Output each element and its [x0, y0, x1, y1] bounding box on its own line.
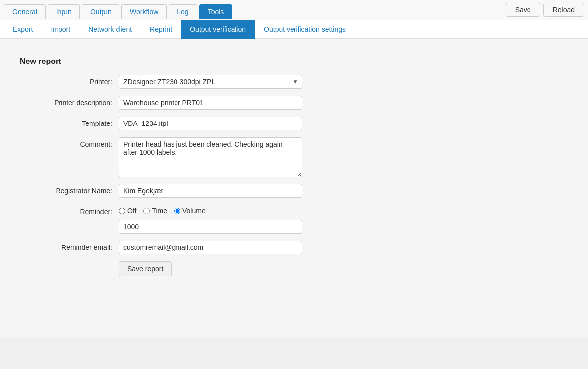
- template-row: Template:: [20, 117, 568, 130]
- sub-tab-output-verification[interactable]: Output verification: [181, 20, 255, 39]
- reload-button[interactable]: Reload: [543, 3, 584, 17]
- reminder-off-radio[interactable]: [119, 208, 125, 214]
- reminder-options: Off Time Volume: [119, 205, 302, 234]
- reminder-email-label: Reminder email:: [20, 241, 119, 251]
- reminder-off-label: Off: [127, 207, 136, 215]
- save-button[interactable]: Save: [506, 3, 540, 17]
- printer-row: Printer: ZDesigner ZT230-300dpi ZPL ▼: [20, 75, 568, 89]
- sub-tab-import[interactable]: Import: [42, 20, 79, 39]
- sub-tab-network-client[interactable]: Network client: [79, 20, 141, 39]
- registrator-name-row: Registrator Name:: [20, 184, 568, 198]
- printer-description-input[interactable]: [119, 96, 302, 110]
- reminder-radio-group: Off Time Volume: [119, 205, 302, 215]
- template-input[interactable]: [119, 117, 302, 130]
- top-nav-tabs: General Input Output Workflow Log Tools: [4, 4, 232, 19]
- reminder-email-row: Reminder email:: [20, 241, 568, 254]
- printer-select-wrapper: ZDesigner ZT230-300dpi ZPL ▼: [119, 75, 302, 89]
- comment-row: Comment: Printer head has just been clea…: [20, 137, 568, 177]
- content-area: New report Printer: ZDesigner ZT230-300d…: [0, 39, 588, 337]
- reminder-volume-input[interactable]: [119, 220, 302, 234]
- reminder-label: Reminder:: [20, 205, 119, 216]
- tab-workflow[interactable]: Workflow: [121, 4, 167, 19]
- printer-label: Printer:: [20, 75, 119, 86]
- sub-tab-reprint[interactable]: Reprint: [141, 20, 181, 39]
- tab-tools[interactable]: Tools: [199, 4, 233, 19]
- printer-description-label: Printer description:: [20, 96, 119, 107]
- reminder-time-option[interactable]: Time: [143, 207, 167, 215]
- panel-title: New report: [20, 57, 568, 66]
- sub-tab-export[interactable]: Export: [4, 20, 42, 39]
- save-report-spacer: [20, 261, 119, 264]
- registrator-name-label: Registrator Name:: [20, 184, 119, 195]
- reminder-volume-option[interactable]: Volume: [174, 207, 206, 215]
- save-report-row: Save report: [20, 261, 568, 276]
- printer-select[interactable]: ZDesigner ZT230-300dpi ZPL: [119, 75, 302, 89]
- tab-input[interactable]: Input: [48, 4, 80, 19]
- template-label: Template:: [20, 117, 119, 127]
- registrator-name-input[interactable]: [119, 184, 302, 198]
- reminder-volume-radio[interactable]: [174, 208, 180, 214]
- comment-label: Comment:: [20, 137, 119, 148]
- sub-nav: Export Import Network client Reprint Out…: [0, 20, 588, 39]
- reminder-row: Reminder: Off Time Volume: [20, 205, 568, 234]
- sub-tab-output-verification-settings[interactable]: Output verification settings: [255, 20, 354, 39]
- reminder-time-radio[interactable]: [143, 208, 150, 214]
- tab-general[interactable]: General: [4, 4, 46, 19]
- save-report-button[interactable]: Save report: [119, 261, 172, 276]
- reminder-time-label: Time: [152, 207, 167, 215]
- reminder-volume-label: Volume: [182, 207, 206, 215]
- top-nav-actions: Save Reload: [506, 3, 584, 20]
- tab-output[interactable]: Output: [82, 4, 119, 19]
- printer-description-row: Printer description:: [20, 96, 568, 110]
- top-nav: General Input Output Workflow Log Tools …: [0, 0, 588, 20]
- new-report-panel: New report Printer: ZDesigner ZT230-300d…: [10, 49, 578, 291]
- tab-log[interactable]: Log: [169, 4, 197, 19]
- comment-textarea[interactable]: Printer head has just been cleaned. Chec…: [119, 137, 302, 177]
- reminder-off-option[interactable]: Off: [119, 207, 136, 215]
- reminder-email-input[interactable]: [119, 241, 302, 254]
